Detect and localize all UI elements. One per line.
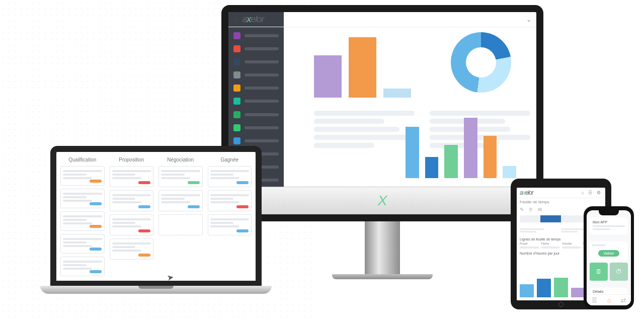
sidebar-item[interactable] (233, 70, 279, 79)
workflow-step[interactable] (540, 215, 561, 222)
sidebar-item[interactable] (233, 44, 279, 53)
x-logo-icon: X (378, 193, 387, 209)
kanban-card[interactable] (208, 214, 252, 235)
sidebar-item-label (245, 139, 279, 142)
grid-header: Activité (562, 242, 581, 245)
kanban-card[interactable] (110, 166, 154, 187)
kanban-card-tag (138, 254, 150, 257)
phone-nav-item[interactable]: ⌂ (607, 297, 611, 304)
bar (425, 157, 439, 178)
workflow-step[interactable] (520, 215, 540, 222)
bar (314, 55, 342, 98)
sidebar-item-color-icon (233, 98, 240, 105)
sidebar-item[interactable] (233, 136, 279, 145)
bar (444, 145, 458, 178)
grid-header: Projet (520, 242, 539, 245)
kanban-card-tag (188, 181, 200, 184)
bar (383, 89, 411, 98)
phone-device: Mon APP Valider 🗓 ⏱ Détails ☰⌂⇄ (584, 206, 634, 309)
list-widget-1 (314, 108, 415, 151)
brand-logo: axelor (520, 189, 533, 196)
phone-bottom-nav[interactable]: ☰⌂⇄ (587, 294, 631, 305)
kanban-card[interactable] (110, 238, 154, 260)
phone-card-app: Mon APP (590, 217, 628, 234)
kanban-card[interactable] (60, 234, 105, 254)
phone-nav-item[interactable]: ☰ (592, 297, 597, 304)
sidebar-item[interactable] (233, 84, 279, 93)
sidebar-item[interactable] (233, 57, 279, 66)
kanban-card-tag (138, 181, 150, 184)
sidebar-item-color-icon (233, 85, 240, 92)
workflow-step[interactable] (561, 215, 582, 222)
bar (503, 166, 516, 178)
sidebar-item-label (245, 34, 279, 37)
kanban-board: QualificationPropositionNégociationGagné… (56, 152, 256, 281)
kanban-card[interactable] (110, 214, 154, 235)
sidebar-item-label (245, 73, 279, 76)
kanban-card[interactable] (60, 189, 105, 208)
tablet-home-button[interactable] (558, 302, 564, 307)
kanban-card-tag (188, 205, 200, 208)
sidebar-item[interactable] (233, 31, 279, 40)
kanban-column-title: Qualification (59, 155, 106, 165)
sidebar-item-label (245, 87, 279, 90)
bar (554, 278, 568, 297)
kanban-column-title: Proposition (109, 155, 155, 165)
tablet-header-icons[interactable]: ⌂ ☰ ⚙ (582, 190, 602, 195)
bar (571, 288, 585, 297)
kanban-card[interactable] (158, 190, 203, 211)
kanban-card-tag (138, 229, 150, 232)
kanban-column: Gagnée (207, 155, 253, 278)
sidebar-item[interactable] (233, 110, 279, 119)
sidebar-item-color-icon (233, 32, 240, 39)
brand-logo: axelor (242, 14, 264, 25)
grid-header: Tâche (541, 242, 560, 245)
kanban-card-tag (138, 205, 150, 208)
phone-screen: Mon APP Valider 🗓 ⏱ Détails ☰⌂⇄ (587, 210, 631, 305)
phone-details-label: Détails (593, 290, 625, 293)
kanban-column: Qualification (59, 155, 106, 278)
kanban-card-tag (236, 181, 249, 184)
laptop-device: QualificationPropositionNégociationGagné… (40, 146, 272, 307)
sidebar-item-color-icon (233, 58, 240, 65)
bar (537, 279, 551, 297)
sidebar-item-color-icon (233, 71, 240, 78)
sidebar-item-label (245, 113, 279, 116)
sidebar-item-label (245, 100, 279, 103)
kanban-card[interactable] (110, 190, 154, 211)
kanban-column-title: Négociation (157, 155, 204, 165)
sidebar-item[interactable] (233, 97, 279, 106)
tablet-page-title: Feuille de temps (517, 198, 605, 206)
kanban-card-tag (90, 180, 102, 183)
kanban-card[interactable] (60, 211, 105, 231)
sidebar-item-color-icon (233, 137, 240, 144)
sidebar-item-label (245, 60, 279, 63)
sidebar-item[interactable] (233, 123, 279, 132)
menu-icon[interactable]: ≡ (233, 15, 238, 24)
dashboard-main (284, 12, 536, 187)
sidebar-item-label (245, 126, 279, 129)
kanban-card[interactable] (158, 166, 203, 187)
validate-button[interactable]: Valider (598, 250, 619, 257)
sidebar-item-color-icon (233, 111, 240, 118)
kanban-card[interactable] (60, 166, 105, 186)
kanban-card-placeholder (158, 214, 203, 235)
kanban-card-tag (90, 270, 102, 273)
bar (520, 284, 534, 297)
bar-chart-widget-1 (314, 37, 420, 98)
timer-tile[interactable]: ⏱ (610, 263, 628, 281)
kanban-card-tag (236, 229, 249, 232)
kanban-card[interactable] (208, 190, 252, 211)
phone-card-title: Mon APP (593, 220, 625, 224)
kanban-card-tag (236, 205, 249, 208)
bar-chart-widget-2 (406, 118, 516, 178)
bar (349, 37, 376, 98)
sidebar-item-color-icon (233, 45, 240, 52)
phone-nav-item[interactable]: ⇄ (621, 297, 626, 304)
phone-big-tiles[interactable]: 🗓 ⏱ (590, 263, 628, 281)
kanban-card[interactable] (60, 257, 105, 276)
kanban-card[interactable] (208, 166, 252, 187)
calendar-tile[interactable]: 🗓 (590, 263, 608, 281)
kanban-column: Négociation (157, 155, 204, 278)
kanban-card-tag (90, 225, 102, 228)
